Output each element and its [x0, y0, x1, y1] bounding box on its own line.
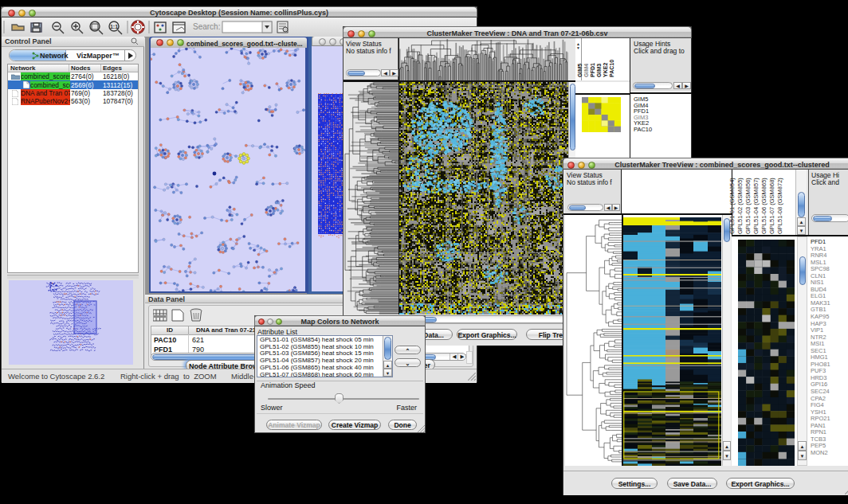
svg-text:Search:: Search: — [193, 22, 220, 31]
svg-text:1:1: 1:1 — [110, 24, 118, 29]
